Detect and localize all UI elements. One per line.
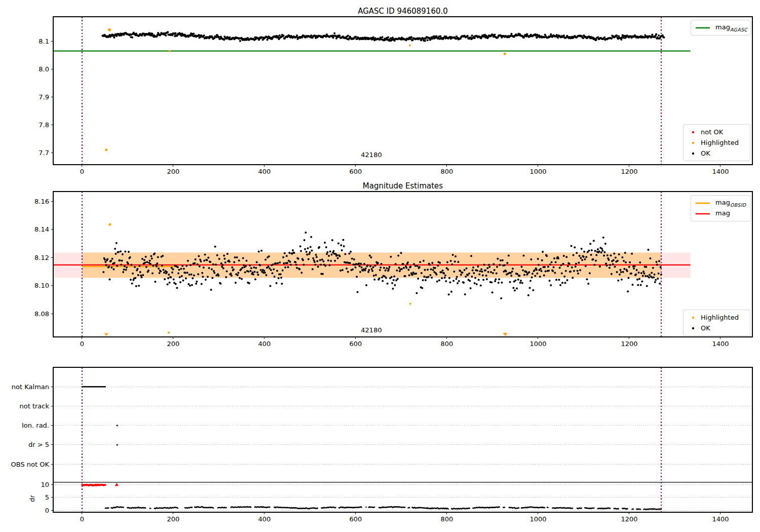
data-point [300,272,302,274]
data-point [574,246,576,248]
data-point [374,264,376,267]
data-point [138,285,140,287]
data-point [359,265,361,267]
data-point [257,274,259,276]
data-point [498,278,500,280]
data-point [643,273,645,275]
data-point [128,251,130,253]
data-point [402,263,404,265]
data-point [355,35,357,37]
data-point [329,250,331,252]
data-point [167,283,169,285]
data-point [207,257,209,259]
data-point [264,272,266,274]
data-point [629,261,631,263]
data-point [560,264,562,266]
data-point [310,34,312,36]
dr-gt5-flag-point [117,444,118,445]
data-point [297,258,299,260]
data-point [463,282,465,284]
data-point [531,273,534,275]
data-point [118,251,120,253]
data-point [331,253,333,255]
data-point [192,507,193,508]
data-point [627,290,629,292]
data-point [659,283,661,285]
x-tick-label: 800 [441,515,453,523]
data-point [371,270,373,272]
data-point [530,258,532,260]
data-point [579,269,581,271]
data-point [450,291,452,293]
data-point [272,272,274,274]
data-point [282,256,284,258]
data-point [316,260,318,262]
data-point [425,279,427,281]
data-point [108,265,110,268]
plot2-obsid-annotation: 42180 [351,326,392,334]
data-point [649,274,651,276]
data-point [565,270,567,272]
data-point [460,274,462,276]
data-point [270,285,272,287]
data-point [349,253,351,255]
data-point [478,274,480,276]
data-point [465,276,467,278]
data-point [349,262,351,264]
legend-row-mag: mag [691,208,750,219]
data-point [290,263,292,265]
data-point [389,266,391,268]
data-point [441,277,443,279]
data-point [523,274,525,276]
data-point [110,260,112,262]
data-point [195,258,197,260]
x-tick-label: 800 [441,168,453,175]
data-point [444,277,446,279]
data-point [471,276,473,278]
highlighted-point [169,50,171,52]
data-point [216,254,218,256]
data-point [452,280,454,282]
data-point [514,289,516,291]
data-point [171,272,173,274]
legend-label-highlighted: Highlighted [701,314,739,321]
ok-marker-dot [692,152,694,154]
data-point [254,278,256,280]
data-point [518,275,520,277]
data-point [598,250,600,252]
data-point [252,272,254,274]
data-point [387,283,389,285]
data-point [471,34,473,36]
data-point [620,39,622,41]
data-point [617,260,619,262]
data-point [405,267,407,269]
data-point [137,274,139,276]
data-point [310,236,312,238]
data-point [417,278,419,280]
data-point [186,272,188,274]
data-point [415,273,417,275]
data-point [618,35,620,37]
data-point [230,273,232,275]
y-tick-label: 7.9 [39,93,49,101]
data-point [334,260,336,262]
legend-row-ok: OK [683,148,750,159]
data-point [545,271,547,273]
data-point [364,270,366,272]
dr-trace [105,506,662,510]
data-point [147,270,149,272]
x-tick-label: 1400 [712,168,729,175]
data-point [529,287,531,289]
data-point [448,293,450,295]
data-point [386,268,388,270]
data-point [311,249,313,251]
data-point [321,258,323,260]
data-point [556,34,558,36]
data-point [436,274,438,276]
data-point [359,271,361,273]
data-point [365,268,367,270]
data-point [594,250,596,252]
data-point [377,262,379,264]
data-point [341,269,344,271]
x-tick-label: 600 [350,168,362,175]
